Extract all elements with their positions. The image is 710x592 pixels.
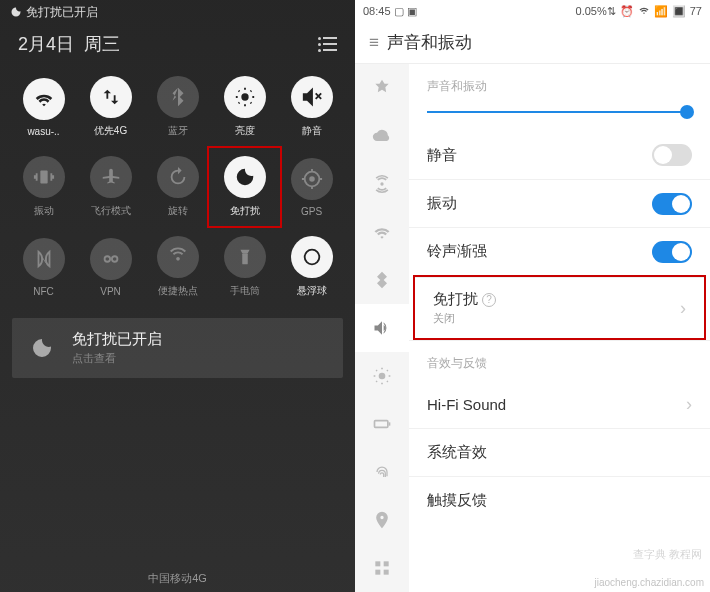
chevron-right-icon: › <box>680 298 686 319</box>
qs-tile-dnd[interactable]: 免打扰 <box>207 146 282 228</box>
sidebar-fingerprint-icon[interactable] <box>355 448 409 496</box>
chevron-right-icon: › <box>686 394 692 415</box>
volume-slider-row[interactable] <box>409 103 710 131</box>
qs-tile-gps[interactable]: GPS <box>278 150 345 224</box>
svg-point-2 <box>309 176 315 182</box>
toggle-mute[interactable] <box>652 144 692 166</box>
vibrate-icon <box>23 156 65 198</box>
quick-settings-panel: 免打扰已开启 2月4日 周三 wasu-..优先4G蓝牙亮度静音振动飞行模式旋转… <box>0 0 355 592</box>
highlight-dnd: 免打扰? 关闭 › <box>413 275 706 340</box>
qs-tile-float[interactable]: 悬浮球 <box>278 230 345 304</box>
svg-point-10 <box>380 182 383 185</box>
row-fade[interactable]: 铃声渐强 <box>409 227 710 275</box>
help-icon[interactable]: ? <box>482 293 496 307</box>
section-label-2: 音效与反馈 <box>409 340 710 380</box>
qs-tile-brightness[interactable]: 亮度 <box>211 70 278 144</box>
svg-point-6 <box>111 256 117 262</box>
notif-icon: ▢ ▣ <box>394 5 417 17</box>
qs-label: VPN <box>100 286 121 297</box>
sidebar-bluetooth-icon[interactable] <box>355 256 409 304</box>
row-dnd[interactable]: 免打扰? 关闭 › <box>415 277 704 338</box>
svg-rect-16 <box>375 570 380 575</box>
qs-label: 旋转 <box>168 204 188 218</box>
page-title: 声音和振动 <box>387 31 472 54</box>
sidebar-network-icon[interactable] <box>355 160 409 208</box>
sidebar-apps-icon[interactable] <box>355 544 409 592</box>
status-text: 免打扰已开启 <box>26 4 98 21</box>
qs-label: 悬浮球 <box>297 284 327 298</box>
section-label: 声音和振动 <box>409 64 710 103</box>
carrier-label: 中国移动4G <box>0 571 355 586</box>
quick-settings-grid: wasu-..优先4G蓝牙亮度静音振动飞行模式旋转免打扰GPSNNFCVPN便捷… <box>0 70 355 304</box>
status-bar-left: 免打扰已开启 <box>0 0 355 24</box>
qs-label: 静音 <box>302 124 322 138</box>
qs-tile-vibrate[interactable]: 振动 <box>10 150 77 224</box>
qs-label: 飞行模式 <box>91 204 131 218</box>
svg-point-0 <box>241 93 248 100</box>
volume-slider[interactable] <box>427 111 692 113</box>
watermark-url: jiaocheng.chazidian.com <box>594 577 704 588</box>
qs-label: NFC <box>33 286 54 297</box>
svg-rect-13 <box>389 422 391 425</box>
notification-card[interactable]: 免打扰已开启 点击查看 <box>12 318 343 378</box>
settings-main: 声音和振动 静音 振动 铃声渐强 免打扰? <box>409 64 710 592</box>
qs-label: 便捷热点 <box>158 284 198 298</box>
float-icon <box>291 236 333 278</box>
qs-tile-torch[interactable]: 手电筒 <box>211 230 278 304</box>
qs-label: wasu-.. <box>27 126 59 137</box>
qs-label: 优先4G <box>94 124 127 138</box>
sidebar-location-icon[interactable] <box>355 496 409 544</box>
svg-point-5 <box>104 256 110 262</box>
bluetooth-icon <box>157 76 199 118</box>
qs-tile-data[interactable]: 优先4G <box>77 70 144 144</box>
row-hifi[interactable]: Hi-Fi Sound › <box>409 380 710 428</box>
svg-point-11 <box>379 373 386 380</box>
qs-label: 蓝牙 <box>168 124 188 138</box>
row-mute[interactable]: 静音 <box>409 131 710 179</box>
svg-rect-15 <box>384 561 389 566</box>
row-sysfx[interactable]: 系统音效 <box>409 428 710 476</box>
qs-label: 手电筒 <box>230 284 260 298</box>
qs-label: 免打扰 <box>230 204 260 218</box>
qs-tile-mute[interactable]: 静音 <box>278 70 345 144</box>
sidebar-battery-icon[interactable] <box>355 400 409 448</box>
sidebar-personalize-icon[interactable] <box>355 64 409 112</box>
qs-tile-rotate[interactable]: 旋转 <box>144 150 211 224</box>
settings-panel: 08:45 ▢ ▣ 0.05%⇅ ⏰ 📶 🔳 77 ≡ 声音和振动 <box>355 0 710 592</box>
brightness-icon <box>224 76 266 118</box>
row-vibrate[interactable]: 振动 <box>409 179 710 227</box>
battery-pct: 77 <box>690 5 702 17</box>
svg-rect-1 <box>40 171 47 184</box>
moon-icon <box>26 332 58 364</box>
wifi-icon <box>638 4 650 18</box>
qs-tile-vpn[interactable]: VPN <box>77 230 144 304</box>
sidebar-cloud-icon[interactable] <box>355 112 409 160</box>
time-label: 08:45 <box>363 5 391 17</box>
qs-tile-hotspot[interactable]: 便捷热点 <box>144 230 211 304</box>
toggle-vibrate[interactable] <box>652 193 692 215</box>
title-bar: ≡ 声音和振动 <box>355 22 710 64</box>
menu-icon[interactable] <box>318 37 337 52</box>
qs-tile-nfc[interactable]: NNFC <box>10 230 77 304</box>
svg-point-9 <box>304 250 319 265</box>
qs-tile-bluetooth[interactable]: 蓝牙 <box>144 70 211 144</box>
qs-tile-airplane[interactable]: 飞行模式 <box>77 150 144 224</box>
menu-icon[interactable]: ≡ <box>369 33 379 53</box>
alarm-icon: ⏰ <box>620 5 634 18</box>
data-usage: 0.05%⇅ <box>576 5 616 18</box>
sidebar-wifi-icon[interactable] <box>355 208 409 256</box>
sidebar-display-icon[interactable] <box>355 352 409 400</box>
torch-icon <box>224 236 266 278</box>
row-touch[interactable]: 触摸反馈 <box>409 476 710 524</box>
date-row: 2月4日 周三 <box>0 24 355 70</box>
mute-icon <box>291 76 333 118</box>
svg-rect-8 <box>242 253 248 264</box>
qs-tile-wifi[interactable]: wasu-.. <box>10 70 77 144</box>
svg-text:N: N <box>40 254 47 264</box>
qs-label: 振动 <box>34 204 54 218</box>
data-icon <box>90 76 132 118</box>
sidebar-sound-icon[interactable] <box>355 304 409 352</box>
toggle-fade[interactable] <box>652 241 692 263</box>
battery-icon: 🔳 <box>672 5 686 18</box>
svg-rect-12 <box>375 421 388 428</box>
